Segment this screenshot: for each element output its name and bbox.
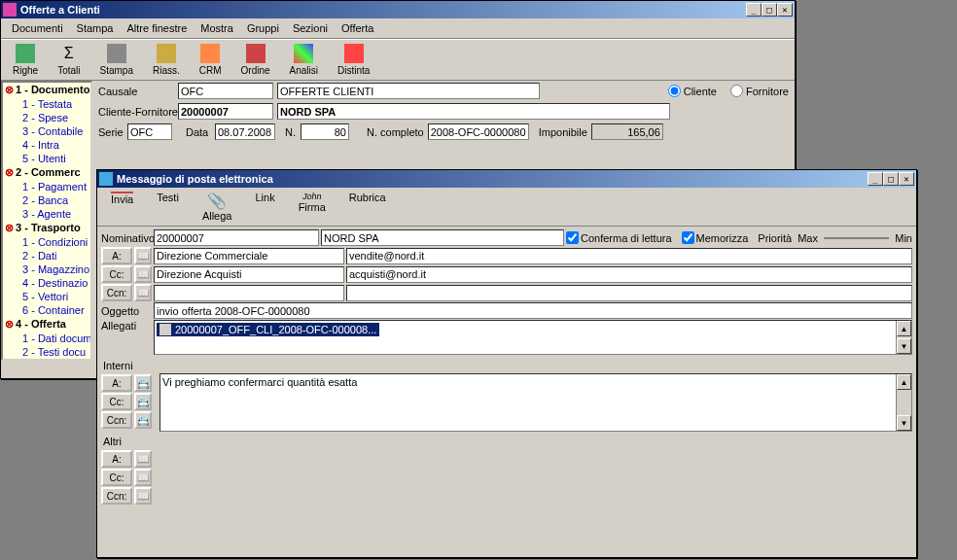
- tree-node[interactable]: ⊗2 - Commerc: [3, 165, 90, 180]
- interni-a-lookup-icon[interactable]: 📇: [134, 374, 152, 392]
- tree-node[interactable]: ⊗1 - Documento: [3, 83, 90, 97]
- tb-crm[interactable]: CRM: [190, 42, 231, 78]
- fornitore-radio[interactable]: Fornitore: [730, 85, 789, 97]
- nominativo-label: Nominativo: [101, 232, 152, 244]
- causale-input[interactable]: [178, 83, 273, 99]
- ccn-button[interactable]: Ccn:: [101, 284, 132, 301]
- tree-node[interactable]: 3 - Contabile: [3, 124, 90, 138]
- interni-ccn-lookup-icon[interactable]: 📇: [134, 411, 152, 429]
- ccn-name-input[interactable]: [154, 285, 344, 301]
- tree-node[interactable]: 1 - Condizioni: [3, 235, 90, 249]
- allegati-scrollbar[interactable]: ▲▼: [896, 321, 911, 354]
- cc-addr-input[interactable]: [346, 266, 912, 283]
- nominativo-desc-input[interactable]: [321, 229, 564, 246]
- tree-node[interactable]: 2 - Banca: [3, 193, 90, 207]
- cc-name-input[interactable]: [154, 266, 344, 283]
- tree-node[interactable]: ⊗4 - Offerta: [3, 317, 90, 332]
- ncompleto-input[interactable]: [428, 123, 529, 140]
- cliente-code-input[interactable]: [178, 103, 273, 120]
- causale-desc[interactable]: [277, 83, 540, 99]
- tb-righe[interactable]: Righe: [3, 42, 48, 78]
- menu-mostra[interactable]: Mostra: [194, 20, 240, 36]
- tree-node[interactable]: 6 - Container: [3, 303, 90, 317]
- tree-node[interactable]: 4 - Intra: [3, 138, 90, 152]
- message-body[interactable]: Vi preghiamo confermarci quantità esatta…: [160, 373, 912, 432]
- tb-ordine[interactable]: Ordine: [231, 42, 280, 78]
- min-label: Min: [895, 232, 912, 244]
- etb-invia[interactable]: Invia: [99, 190, 145, 224]
- altri-cc-lookup-icon[interactable]: 📖: [134, 469, 152, 486]
- tree-node[interactable]: 1 - Dati docum: [3, 332, 90, 345]
- tree-node[interactable]: ⊗3 - Trasporto: [3, 221, 90, 235]
- tb-distinta[interactable]: Distinta: [328, 42, 379, 78]
- interni-a-button[interactable]: A:: [101, 374, 132, 392]
- menu-documenti[interactable]: Documenti: [5, 20, 70, 36]
- tb-stampa[interactable]: Stampa: [90, 42, 143, 78]
- tree-node[interactable]: 4 - Destinazio: [3, 276, 90, 290]
- a-button[interactable]: A:: [101, 247, 132, 264]
- serie-input[interactable]: [127, 123, 172, 140]
- tree-node[interactable]: 5 - Vettori: [3, 290, 90, 303]
- memorizza-checkbox[interactable]: Memorizza: [682, 231, 749, 244]
- etb-testi[interactable]: Testi: [145, 190, 191, 224]
- cc-button[interactable]: Cc:: [101, 265, 132, 283]
- ccn-addr-input[interactable]: [346, 285, 912, 301]
- tree-node[interactable]: 1 - Pagament: [3, 180, 90, 193]
- interni-cc-button[interactable]: Cc:: [101, 393, 132, 410]
- priorita-slider[interactable]: [820, 230, 893, 246]
- email-icon: [99, 172, 113, 186]
- allegati-box[interactable]: 20000007_OFF_CLI_2008-OFC-000008... ▲▼: [154, 320, 912, 355]
- interni-cc-lookup-icon[interactable]: 📇: [134, 393, 152, 410]
- interni-ccn-button[interactable]: Ccn:: [101, 411, 132, 429]
- tree-node[interactable]: 3 - Magazzino: [3, 262, 90, 276]
- cc-lookup-icon[interactable]: 📖: [134, 265, 152, 283]
- tree-node[interactable]: 3 - Agente: [3, 207, 90, 221]
- section-tree[interactable]: ⊗1 - Documento1 - Testata2 - Spese3 - Co…: [1, 81, 92, 361]
- altri-a-lookup-icon[interactable]: 📖: [134, 450, 152, 468]
- altri-cc-button[interactable]: Cc:: [101, 469, 132, 486]
- attachment-item[interactable]: 20000007_OFF_CLI_2008-OFC-000008...: [157, 323, 379, 336]
- email-toolbar: Invia Testi 📎Allega Link JohnFirma Rubri…: [97, 188, 916, 227]
- ccn-lookup-icon[interactable]: 📖: [134, 284, 152, 301]
- menu-stampa[interactable]: Stampa: [70, 20, 121, 36]
- n-input[interactable]: [301, 123, 349, 140]
- tree-node[interactable]: 2 - Dati: [3, 249, 90, 262]
- minimize-button[interactable]: _: [746, 3, 762, 17]
- menu-sezioni[interactable]: Sezioni: [286, 20, 335, 36]
- nominativo-input[interactable]: [154, 229, 319, 246]
- email-maximize-button[interactable]: □: [883, 172, 899, 186]
- etb-allega[interactable]: 📎Allega: [191, 190, 244, 224]
- etb-link[interactable]: Link: [243, 190, 286, 224]
- altri-ccn-lookup-icon[interactable]: 📖: [134, 487, 152, 505]
- imponibile-value: [591, 123, 663, 140]
- email-close-button[interactable]: ✕: [899, 172, 914, 186]
- maximize-button[interactable]: □: [762, 3, 777, 17]
- close-button[interactable]: ✕: [777, 3, 793, 17]
- altri-ccn-button[interactable]: Ccn:: [101, 487, 132, 505]
- a-addr-input[interactable]: [346, 248, 912, 264]
- tree-node[interactable]: 2 - Testi docu: [3, 345, 90, 359]
- tree-node[interactable]: 1 - Testata: [3, 97, 90, 111]
- menu-offerta[interactable]: Offerta: [335, 20, 380, 36]
- body-scrollbar[interactable]: ▲▼: [896, 374, 911, 431]
- tb-totali[interactable]: ΣTotali: [48, 42, 89, 78]
- tree-node[interactable]: 5 - Utenti: [3, 152, 90, 165]
- tree-node[interactable]: ⊗5 - Custom: [3, 359, 90, 361]
- etb-firma[interactable]: JohnFirma: [287, 190, 337, 224]
- oggetto-input[interactable]: [154, 302, 912, 319]
- menu-gruppi[interactable]: Gruppi: [240, 20, 286, 36]
- tb-riass[interactable]: Riass.: [143, 42, 190, 78]
- altri-a-button[interactable]: A:: [101, 450, 132, 468]
- data-input[interactable]: [215, 123, 275, 140]
- cliente-name-input[interactable]: [277, 103, 670, 120]
- menubar: Documenti Stampa Altre finestre Mostra G…: [1, 18, 795, 39]
- menu-altre-finestre[interactable]: Altre finestre: [121, 20, 195, 36]
- conferma-lettura-checkbox[interactable]: Conferma di lettura: [566, 231, 672, 244]
- cliente-radio[interactable]: Cliente: [668, 85, 717, 97]
- tb-analisi[interactable]: Analisi: [280, 42, 328, 78]
- etb-rubrica[interactable]: Rubrica: [337, 190, 398, 224]
- email-minimize-button[interactable]: _: [868, 172, 883, 186]
- a-lookup-icon[interactable]: 📖: [134, 247, 152, 264]
- a-name-input[interactable]: [154, 248, 344, 264]
- tree-node[interactable]: 2 - Spese: [3, 111, 90, 124]
